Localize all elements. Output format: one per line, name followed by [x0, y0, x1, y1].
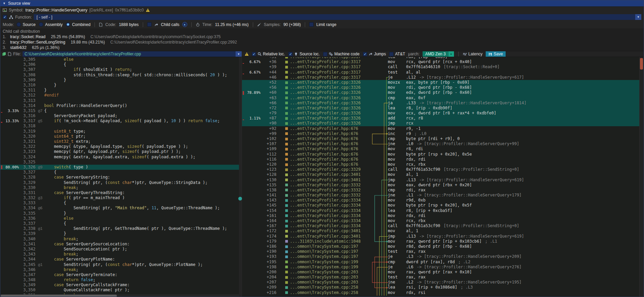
chevron-down-icon[interactable]: ▼: [236, 51, 242, 57]
toggle-relative-loc-[interactable]: ✓Relative loc.: [252, 52, 285, 56]
assembly-line[interactable]: +63...ent\TracyProfiler.cpp:3326cmpeax, …: [242, 96, 644, 101]
assembly-line[interactable]: +138...ent\TracyProfiler.cpp:3332cmprdi,…: [242, 188, 644, 193]
child-calls-label[interactable]: Child calls: [161, 22, 180, 27]
source-location[interactable]: ...ent\TracyProfiler.cpp:3401: [290, 234, 370, 239]
source-line[interactable]: 3,338@1 SendString( ptr, GetThreadName( …: [0, 226, 239, 231]
source-location[interactable]: ...ent\TracyProfiler.cpp:3334: [290, 213, 370, 218]
assembly-line[interactable]: +143...ent\TracyProfiler.cpp:3334movr9d,…: [242, 198, 644, 203]
source-location[interactable]: ...ommon\TracySystem.cpp:203: [290, 280, 370, 285]
source-line[interactable]: 3,306 {: [0, 62, 239, 67]
source-line[interactable]: 3,339 }: [0, 231, 239, 236]
assembly-line[interactable]: +209...ommon\TracySystem.cpp:258learsi, …: [242, 285, 644, 290]
assembly-line[interactable]: +90...ent\TracyProfiler.cpp:3326jmprcx: [242, 121, 644, 126]
source-line[interactable]: 3,343 break;: [0, 252, 239, 257]
assembly-line[interactable]: +135...ent\TracyProfiler.cpp:3332moveax,…: [242, 183, 644, 188]
toggle-machine-code[interactable]: Machine code: [323, 52, 359, 56]
source-location[interactable]: ...ent\TracyProfiler.cpp:3326: [290, 90, 370, 95]
child-calls-checkbox[interactable]: [147, 22, 152, 27]
assembly-line[interactable]: +154...ent\TracyProfiler.cpp:3334lear8, …: [242, 208, 644, 213]
checkbox[interactable]: ✓: [252, 52, 256, 56]
assembly-line[interactable]: +116...ent\TracyProfiler.hpp:676movrdx, …: [242, 157, 644, 162]
collapse-arrow-icon[interactable]: ▼: [3, 2, 6, 5]
source-location[interactable]: ...ent\TracyProfiler.cpp:3334: [290, 208, 370, 213]
child-call-name[interactable]: tracy::Socket::Read: [10, 34, 46, 39]
assembly-line[interactable]: 6.67%+36...ent\TracyProfiler.cpp:3317mov…: [242, 59, 644, 64]
horizontal-scrollbar[interactable]: [0, 294, 239, 297]
source-line[interactable]: 80.00%3,326@9 switch( type ): [0, 165, 239, 170]
assembly-line[interactable]: +207...ommon\TracySystem.cpp:203jne.L2->…: [242, 280, 644, 285]
assembly-line[interactable]: +172...ent\TracyProfiler.cpp:3401moval, …: [242, 228, 644, 234]
source-line[interactable]: 3,346 break;: [0, 267, 239, 272]
function-checkbox[interactable]: ✓: [3, 15, 7, 19]
assembly-line[interactable]: +216...ommon\TracySystem.cpp:258movrdx, …: [242, 290, 644, 295]
source-line[interactable]: 3,328 case ServerQueryString:: [0, 175, 239, 180]
latency-toggle[interactable]: Latency: [463, 52, 483, 56]
source-location[interactable]: ...ent\TracyProfiler.cpp:3334: [290, 198, 370, 203]
toggle-jumps[interactable]: ✓Jumps: [363, 52, 386, 56]
assembly-line[interactable]: +123...ent\TracyProfiler.cpp:3329call0x7…: [242, 167, 644, 172]
assembly-line[interactable]: +102...ent\TracyProfiler.hpp:676cmpbyte …: [242, 136, 644, 141]
source-line[interactable]: 3,325: [0, 160, 239, 165]
source-location[interactable]: ...ent\TracyProfiler.cpp:3317: [290, 75, 370, 80]
assembly-line[interactable]: +193...ommon\TracySystem.cpp:197je.L3-> …: [242, 254, 644, 259]
source-location[interactable]: ...ommon\TracySystem.cpp:199: [290, 265, 370, 270]
source-line[interactable]: 3,331 case ServerQueryThreadString:: [0, 190, 239, 195]
source-line[interactable]: 3,342 SendSourceLocation( ptr );: [0, 247, 239, 252]
source-line[interactable]: 3,334@6 SendString( ptr, "Main thread", …: [0, 206, 239, 211]
assembly-line[interactable]: +167...ent\TracyProfiler.cpp:3334call0x7…: [242, 223, 644, 228]
source-line[interactable]: 3.33%3,315@7{: [0, 108, 239, 113]
assembly-line[interactable]: +204...ommon\TracySystem.cpp:203testrax,…: [242, 275, 644, 280]
assembly-line[interactable]: +72...ent\TracyProfiler.cpp:3326lear8, […: [242, 106, 644, 111]
titlebar[interactable]: ▼ Source view: [0, 0, 644, 6]
source-location[interactable]: ....31103\include\atomic:1048: [290, 239, 370, 244]
source-location[interactable]: ...ent\TracyProfiler.cpp:3329: [290, 167, 370, 172]
source-line[interactable]: 3,312#endif: [0, 93, 239, 98]
limit-range-checkbox[interactable]: [309, 22, 314, 27]
assembly-line[interactable]: +128...ent\TracyProfiler.cpp:3401moval, …: [242, 172, 644, 177]
source-location[interactable]: ...ommon\TracySystem.cpp:199: [290, 260, 370, 265]
checkbox[interactable]: [323, 52, 327, 56]
source-line[interactable]: 3,330 break;: [0, 185, 239, 190]
source-line[interactable]: 3,336 else: [0, 216, 239, 221]
assembly-line[interactable]: 1.11%+87...ent\TracyProfiler.cpp:3326add…: [242, 116, 644, 121]
source-location[interactable]: ...ent\TracyProfiler.cpp:3317: [290, 70, 370, 75]
source-line[interactable]: 3,324 memcpy( &extra, &payload.extra, si…: [0, 155, 239, 160]
assembly-line[interactable]: 6.67%+44...ent\TracyProfiler.cpp:3317tes…: [242, 70, 644, 75]
assembly-line[interactable]: +46...ent\TracyProfiler.cpp:3317je.L12->…: [242, 75, 644, 80]
source-location[interactable]: ...ent\TracyProfiler.cpp:3334: [290, 203, 370, 208]
toggle-at-t[interactable]: AT&T: [389, 52, 405, 56]
source-location[interactable]: ...ent\TracyProfiler.cpp:3326: [290, 121, 370, 126]
source-line[interactable]: 3,322 memcpy( &type, &payload.type, size…: [0, 144, 239, 149]
child-call-entry[interactable]: 1.tracy::Socket::Read25.25 ms (54.89%)C:…: [3, 34, 641, 39]
assembly-line[interactable]: +120...ent\TracyProfiler.hpp:676movrcx, …: [242, 162, 644, 167]
source-location[interactable]: ...ent\TracyProfiler.hpp:676: [290, 152, 370, 157]
source-location[interactable]: ...ent\TracyProfiler.cpp:3326: [290, 111, 370, 116]
chevron-down-icon[interactable]: ▼: [635, 14, 641, 20]
source-line[interactable]: 3,311}: [0, 88, 239, 93]
assembly-line[interactable]: +195...ommon\TracySystem.cpp:199cmpdword…: [242, 260, 644, 265]
source-line[interactable]: 3,309 }: [0, 78, 239, 83]
source-line[interactable]: 3,337 {: [0, 221, 239, 226]
source-line[interactable]: 3,344 case ServerQueryPlotName:: [0, 257, 239, 262]
source-line[interactable]: 3,323 memcpy( &ptr, &payload.ptr, sizeof…: [0, 149, 239, 154]
source-line[interactable]: 3,320 uint64_t ptr;: [0, 134, 239, 139]
child-call-name[interactable]: KeSynchronizeExecution: [10, 51, 55, 51]
assembly-line[interactable]: +200...ommon\TracySystem.cpp:203movrax, …: [242, 270, 644, 275]
source-location[interactable]: ...ent\TracyProfiler.cpp:3326: [290, 85, 370, 90]
source-location[interactable]: ...ommon\TracySystem.cpp:258: [290, 290, 370, 295]
vertical-scrollbar[interactable]: [639, 57, 644, 297]
assembly-line[interactable]: +174...ent\TracyProfiler.cpp:3401jmp.L13…: [242, 234, 644, 239]
mode-option-source[interactable]: Source: [17, 22, 35, 27]
assembly-line[interactable]: +141...ent\TracyProfiler.cpp:3332jne.L1-…: [242, 193, 644, 198]
child-call-entry[interactable]: 3.stat64i32625 μs (1.36%): [3, 45, 641, 50]
assembly-line[interactable]: +164...ent\TracyProfiler.cpp:3334movrcx,…: [242, 218, 644, 223]
source-line[interactable]: 3,348 return false;: [0, 277, 239, 282]
source-line[interactable]: 3,332@3 if( ptr == m_mainThread ): [0, 195, 239, 200]
source-line[interactable]: 3,313: [0, 98, 239, 103]
source-line[interactable]: 3,335 }: [0, 211, 239, 216]
radio-icon[interactable]: [39, 22, 43, 27]
source-location[interactable]: ...ent\TracyProfiler.hpp:676: [290, 146, 370, 152]
source-line[interactable]: 3,308 std::this_thread::sleep_for( std::…: [0, 73, 239, 78]
child-call-name[interactable]: stat64i32: [10, 45, 27, 50]
assembly-line[interactable]: +39...ent\TracyProfiler.cpp:3317call0x7f…: [242, 64, 644, 70]
